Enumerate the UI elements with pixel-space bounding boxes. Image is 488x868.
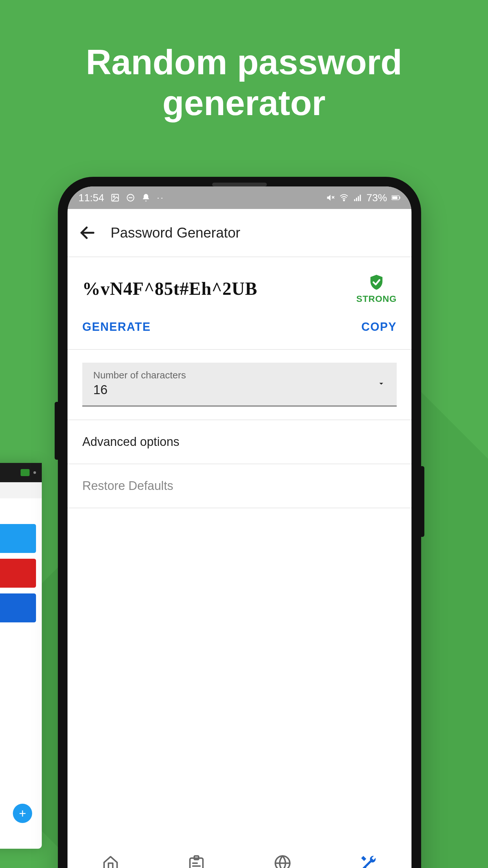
phone-screen: 11:54 ·· 73% Password Generator %: [67, 186, 411, 868]
nav-tab-tools[interactable]: Tools: [326, 845, 412, 868]
robot-icon: [21, 469, 30, 476]
char-count-dropdown[interactable]: Number of characters 16: [82, 363, 397, 407]
id-card-icon: [188, 855, 205, 868]
statusbar-time: 11:54: [79, 192, 104, 204]
home-icon: [102, 855, 119, 868]
generated-password: %vN4F^85t#Eh^2UB: [82, 278, 346, 299]
svg-point-1: [113, 196, 115, 197]
bottom-nav: Start Identity Browser Tools: [67, 845, 411, 868]
appbar-title: Password Generator: [111, 225, 241, 241]
advanced-options-row[interactable]: Advanced options: [67, 420, 411, 464]
dnd-icon: [126, 193, 135, 202]
chevron-down-icon: [377, 379, 386, 389]
nav-tab-start[interactable]: Start: [67, 845, 154, 868]
bell-icon: [142, 193, 150, 202]
phone-side-button: [55, 402, 59, 460]
appbar: Password Generator: [67, 209, 411, 257]
svg-rect-8: [356, 198, 357, 201]
phone-side-button: [421, 466, 424, 537]
strength-label: STRONG: [356, 294, 397, 304]
statusbar: 11:54 ·· 73%: [67, 186, 411, 209]
bg-card: [0, 524, 36, 553]
battery-icon: [392, 193, 401, 202]
globe-icon: [274, 855, 291, 868]
image-icon: [111, 193, 120, 202]
page-title: Random password generator: [0, 42, 488, 123]
strength-badge: STRONG: [356, 273, 397, 304]
action-row: GENERATE COPY: [67, 311, 411, 350]
shield-check-icon: [367, 273, 386, 291]
svg-rect-13: [400, 197, 400, 199]
nav-tab-browser[interactable]: Browser: [240, 845, 326, 868]
char-count-label: Number of characters: [93, 370, 386, 381]
mute-icon: [326, 193, 335, 202]
generate-button[interactable]: GENERATE: [82, 320, 151, 334]
char-count-value: 16: [93, 382, 386, 397]
svg-rect-10: [360, 195, 361, 201]
svg-point-6: [343, 199, 345, 201]
statusbar-battery: 73%: [366, 192, 387, 204]
svg-rect-12: [392, 196, 397, 199]
fab-add-icon: +: [13, 804, 32, 823]
wifi-icon: [339, 193, 348, 202]
char-count-section: Number of characters 16: [67, 350, 411, 420]
nav-tab-identity[interactable]: Identity: [154, 845, 240, 868]
back-button[interactable]: [79, 224, 96, 242]
bg-card: s o: [0, 559, 36, 588]
copy-button[interactable]: COPY: [361, 320, 397, 334]
password-row: %vN4F^85t#Eh^2UB STRONG: [67, 257, 411, 311]
signal-icon: [353, 193, 362, 202]
restore-defaults-row[interactable]: Restore Defaults: [67, 464, 411, 508]
phone-speaker: [212, 183, 267, 186]
menu-dot-icon: [33, 471, 36, 474]
background-device: ail.com ▾ s o ox +: [0, 463, 42, 849]
svg-point-19: [275, 856, 289, 868]
svg-rect-7: [354, 199, 355, 201]
tools-icon: [360, 855, 377, 868]
svg-rect-9: [358, 196, 359, 201]
more-icon: ··: [157, 192, 164, 203]
phone-frame: 11:54 ·· 73% Password Generator %: [58, 177, 421, 868]
bg-card: ox: [0, 593, 36, 622]
spacer: [67, 508, 411, 845]
